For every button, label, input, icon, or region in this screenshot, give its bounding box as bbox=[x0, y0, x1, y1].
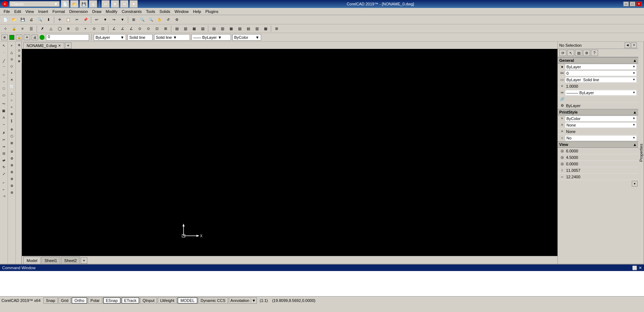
save-btn[interactable]: 💾 bbox=[80, 0, 88, 8]
snap2[interactable]: ||| bbox=[27, 25, 35, 32]
d1[interactable]: ∠ bbox=[110, 25, 118, 32]
snap1[interactable]: ⊹ bbox=[1, 25, 9, 32]
f7[interactable]: ▦ bbox=[261, 25, 269, 32]
linestyle-dropdown[interactable]: Solid line ▼ bbox=[154, 34, 190, 41]
t2[interactable]: △ bbox=[47, 25, 55, 32]
extra4[interactable]: ⚙ bbox=[9, 169, 15, 175]
color-value[interactable]: ByLayer ▼ bbox=[565, 64, 637, 70]
3d-tools[interactable]: ⊞ bbox=[9, 140, 15, 146]
menu-view[interactable]: View bbox=[23, 9, 36, 14]
tab-close-btn[interactable]: ✕ bbox=[58, 44, 61, 47]
menu-format[interactable]: Format bbox=[50, 9, 67, 14]
snap-intersect[interactable]: ✕ bbox=[9, 77, 15, 83]
lock-btn[interactable]: 🔒 bbox=[10, 25, 18, 32]
menu-dimension[interactable]: Dimension bbox=[67, 9, 90, 14]
extra1[interactable]: ⚙ bbox=[9, 148, 15, 155]
save-file-btn[interactable]: 💾 bbox=[19, 16, 27, 23]
redo-dropdown[interactable]: ▼ bbox=[130, 0, 138, 8]
settings-btn[interactable]: ⚙ bbox=[173, 16, 181, 23]
new-file-btn[interactable]: 📄 bbox=[61, 0, 69, 8]
cmd-resize-btn[interactable]: ⬜ bbox=[632, 266, 637, 270]
menu-edit[interactable]: Edit bbox=[12, 9, 23, 14]
extra3[interactable]: ⚙ bbox=[9, 162, 15, 169]
sheet-add-btn[interactable]: + bbox=[81, 257, 87, 264]
move-btn[interactable]: ✛ bbox=[56, 16, 64, 23]
d3[interactable]: ∠ bbox=[127, 25, 135, 32]
ortho-btn[interactable]: Ortho bbox=[71, 297, 87, 304]
new-btn[interactable]: 📄 bbox=[1, 16, 9, 23]
t1[interactable]: ✗ bbox=[38, 25, 46, 32]
e2[interactable]: ▥ bbox=[181, 25, 189, 32]
print-btn[interactable]: 🖨 bbox=[89, 0, 97, 8]
undo-btn[interactable]: ↩ bbox=[102, 0, 110, 8]
d4[interactable]: ⊙ bbox=[136, 25, 144, 32]
redo-btn[interactable]: ↪ bbox=[120, 0, 128, 8]
d5[interactable]: ⊙ bbox=[144, 25, 152, 32]
snap-endpoint[interactable]: × bbox=[9, 42, 15, 49]
t5[interactable]: ◻ bbox=[73, 25, 81, 32]
point-btn[interactable]: · bbox=[1, 49, 7, 56]
profile-dropdown[interactable]: Classic ▼ bbox=[9, 1, 60, 7]
extend-btn[interactable]: ↣ bbox=[1, 143, 7, 150]
select-btn[interactable]: ↖ bbox=[1, 42, 7, 49]
f6[interactable]: ▥ bbox=[253, 25, 261, 32]
tab-sheet2[interactable]: Sheet2 bbox=[61, 257, 80, 264]
open-file-btn[interactable]: 📂 bbox=[70, 0, 78, 8]
text-btn[interactable]: A bbox=[1, 114, 7, 121]
dynamic-ccs-btn[interactable]: Dynamic CCS bbox=[198, 297, 228, 304]
plotstyle-dropdown[interactable]: ByColor ▼ bbox=[232, 34, 261, 41]
import-btn[interactable]: ⬇ bbox=[45, 16, 52, 23]
spline-btn[interactable]: 〜 bbox=[1, 101, 7, 107]
canvas-tab-noname[interactable]: NONAME_0.dwg ✕ bbox=[23, 42, 64, 49]
menu-help[interactable]: Help bbox=[191, 9, 203, 14]
print-preview-btn[interactable]: 🔍 bbox=[36, 16, 44, 23]
snap-btn[interactable]: Snap bbox=[43, 297, 58, 304]
lweight-btn[interactable]: LWeight bbox=[158, 297, 177, 304]
ps4-value[interactable]: No ▼ bbox=[565, 135, 637, 141]
menu-file[interactable]: File bbox=[1, 9, 12, 14]
ellipse-btn[interactable]: ⬭ bbox=[1, 92, 7, 98]
t6[interactable]: ⌖ bbox=[82, 25, 89, 32]
copy-btn[interactable]: 📋 bbox=[64, 16, 72, 23]
rect-btn[interactable]: □ bbox=[1, 85, 7, 92]
sun-btn[interactable]: ☀ bbox=[24, 35, 30, 40]
erase-btn[interactable]: ✗ bbox=[1, 130, 7, 136]
f2[interactable]: ▥ bbox=[218, 25, 226, 32]
clip-btn[interactable]: ✂ bbox=[73, 16, 81, 23]
rotate-btn[interactable]: ↻ bbox=[1, 164, 7, 170]
3d-view[interactable]: ⬡ bbox=[9, 133, 15, 139]
print-file-btn[interactable]: 🖨 bbox=[27, 16, 35, 23]
d2[interactable]: ∠ bbox=[119, 25, 126, 32]
prop-icon-settings[interactable]: ⚙ bbox=[583, 50, 590, 56]
section-view[interactable]: View ▲ bbox=[558, 141, 638, 148]
pan-btn[interactable]: ✋ bbox=[156, 16, 163, 23]
extra-btn3[interactable]: ⊟ bbox=[17, 53, 22, 58]
menu-tools[interactable]: Tools bbox=[144, 9, 157, 14]
qinput-btn[interactable]: QInput bbox=[140, 297, 157, 304]
prop-icon-help[interactable]: ? bbox=[591, 50, 598, 56]
print-layer-btn[interactable]: 🖨 bbox=[32, 35, 38, 40]
lineweight-dropdown[interactable]: —— ByLayer ▼ bbox=[191, 34, 231, 41]
extra2[interactable]: ⚙ bbox=[9, 155, 15, 162]
ps1-value[interactable]: ByColor ▼ bbox=[565, 116, 637, 121]
snap-near[interactable]: ≈ bbox=[9, 104, 15, 110]
snap-insert[interactable]: ⬜ bbox=[9, 83, 15, 90]
scale-btn[interactable]: ⤢ bbox=[1, 171, 7, 177]
linestyle-value[interactable]: ——— ByLayer ▼ bbox=[565, 90, 637, 96]
snap-midpoint[interactable]: △ bbox=[9, 49, 15, 56]
snap-app[interactable]: ⊕ bbox=[9, 111, 15, 117]
f3[interactable]: ▦ bbox=[227, 25, 235, 32]
trim-btn[interactable]: ✂ bbox=[1, 137, 7, 143]
app-maximize-btn[interactable]: □ bbox=[630, 1, 635, 6]
extra-btn2[interactable]: ⊡ bbox=[17, 48, 22, 53]
polyline-btn[interactable]: ⌒ bbox=[1, 65, 7, 71]
undo2-btn[interactable]: ↩ bbox=[93, 16, 101, 23]
dim-btn[interactable]: ↔ bbox=[1, 121, 7, 128]
zoom-out-btn[interactable]: 🔍 bbox=[147, 16, 155, 23]
t8[interactable]: ⊡ bbox=[99, 25, 107, 32]
menu-constraints[interactable]: Constraints bbox=[120, 9, 144, 14]
snap-center[interactable]: ⊙ bbox=[9, 56, 15, 63]
linetype-value[interactable]: ByLayer Solid line ▼ bbox=[565, 77, 637, 83]
undo2-dd[interactable]: ▼ bbox=[101, 16, 109, 23]
grid-btn[interactable]: Grid bbox=[59, 297, 71, 304]
